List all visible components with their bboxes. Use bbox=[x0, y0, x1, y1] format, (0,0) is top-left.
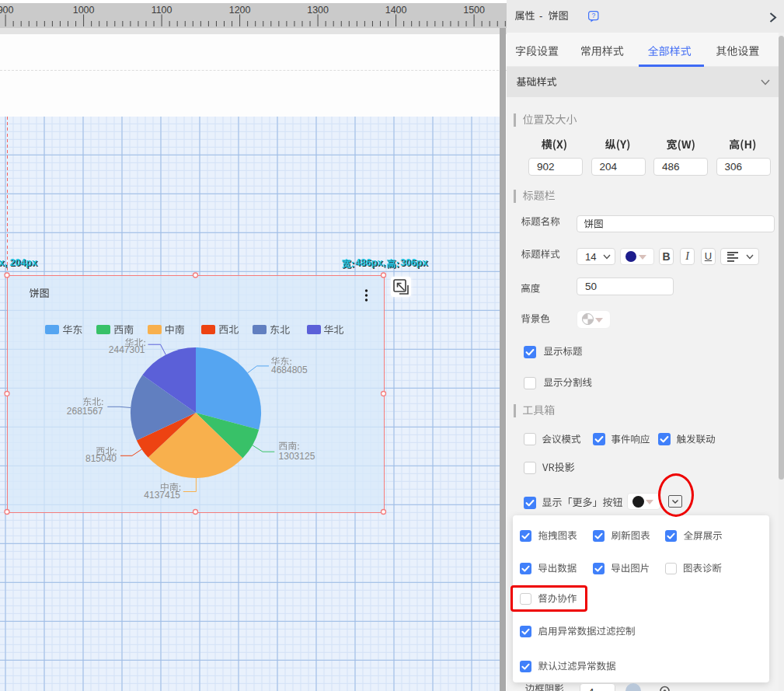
svg-text:1100: 1100 bbox=[152, 5, 172, 16]
svg-text:1500: 1500 bbox=[463, 5, 485, 16]
svg-text:1000: 1000 bbox=[73, 5, 95, 16]
svg-text:1400: 1400 bbox=[385, 5, 407, 16]
svg-text:?: ? bbox=[591, 12, 595, 19]
svg-text:1200: 1200 bbox=[229, 5, 251, 16]
svg-text:1300: 1300 bbox=[307, 5, 329, 16]
svg-text:900: 900 bbox=[0, 5, 14, 16]
